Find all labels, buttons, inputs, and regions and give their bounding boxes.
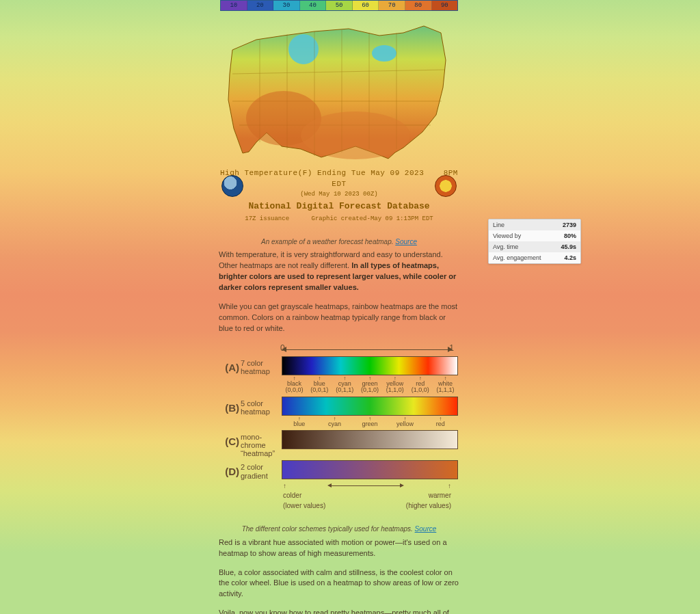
scheme-bar-wrap (282, 460, 458, 479)
paragraph-rainbow: While you can get grayscale heatmaps, ra… (219, 302, 459, 334)
engagement-tooltip: Line2739Viewed by80%Avg. time45.9sAvg. e… (488, 219, 581, 264)
scheme-bar-wrap: ↑blue↑cyan↑green↑yellow↑red (282, 397, 458, 427)
scale-tick: 20 (247, 1, 274, 10)
scheme-bar-wrap (282, 430, 458, 449)
noaa-logo-icon (221, 175, 243, 197)
figure2-caption: The different color schemes typically us… (219, 524, 459, 535)
tooltip-key: Avg. time (493, 243, 518, 250)
article-column: 102030405060708090 (219, 0, 459, 614)
scale-tick: 90 (432, 1, 458, 10)
nws-logo-icon (435, 175, 457, 197)
axis-arrow-icon (286, 349, 448, 350)
scale-tick: 70 (379, 1, 405, 10)
scheme-tick: ↑cyan(0,1,1) (332, 377, 358, 394)
scheme-row-D: (D)2 colorgradient (220, 460, 458, 479)
scheme-gradient-bar (282, 430, 458, 449)
issuance-label: 17Z issuance (245, 215, 289, 222)
scheme-letter: (A) (220, 356, 241, 375)
scheme-title: mono-chrome“heatmap” (241, 430, 282, 457)
tooltip-row: Line2739 (489, 219, 580, 230)
scheme-tick: ↑blue(0,0,1) (307, 377, 332, 394)
scheme-tick: ↑white(1,1,1) (433, 377, 458, 394)
scheme-tick-labels: ↑blue↑cyan↑green↑yellow↑red (282, 417, 458, 427)
scheme-tick: ↑cyan (317, 417, 353, 427)
scale-tick: 60 (353, 1, 379, 10)
weather-map-figure: 102030405060708090 (219, 0, 459, 224)
scheme-tick: ↑green(0,1,0) (358, 377, 383, 394)
scheme-tick: ↑green (352, 417, 388, 427)
scheme-tick: ↑blue (282, 417, 317, 427)
us-temperature-map (219, 12, 459, 164)
color-schemes-figure: 0 1 (A)7 colorheatmap↑black(0,0,0)↑blue(… (220, 343, 458, 511)
scheme-tick: ↑red (422, 417, 458, 427)
scheme-row-A: (A)7 colorheatmap↑black(0,0,0)↑blue(0,0,… (220, 356, 458, 394)
scheme-gradient-bar (282, 356, 458, 375)
figure1-caption: An example of a weather forecast heatmap… (219, 237, 459, 248)
scheme-tick: ↑red(1,0,0) (407, 377, 433, 394)
scheme-footer: ↑ colder (lower values) ↑ warmer (higher… (283, 481, 451, 511)
paragraph-red: Red is a vibrant hue associated with mot… (219, 537, 459, 559)
tooltip-value: 80% (564, 232, 576, 239)
scheme-tick-labels: ↑black(0,0,0)↑blue(0,0,1)↑cyan(0,1,1)↑gr… (282, 377, 458, 394)
figure1-caption-text: An example of a weather forecast heatmap… (261, 238, 395, 245)
tooltip-row: Viewed by80% (489, 230, 580, 241)
svg-point-1 (372, 45, 396, 62)
forecast-heading: High Temperature(F) Ending Tue May 09 20… (220, 169, 424, 177)
figure1-source-link[interactable]: Source (395, 238, 417, 245)
foot-lower: (lower values) (283, 502, 325, 509)
forecast-db-title: National Digital Forecast Database (219, 200, 459, 213)
scheme-row-C: (C)mono-chrome“heatmap” (220, 430, 458, 457)
tooltip-value: 45.9s (561, 243, 576, 250)
scheme-bar-wrap: ↑black(0,0,0)↑blue(0,0,1)↑cyan(0,1,1)↑gr… (282, 356, 458, 394)
tooltip-key: Line (493, 222, 504, 228)
paragraph-intro: With temperature, it is very straightfor… (219, 250, 459, 293)
scheme-letter: (B) (220, 397, 241, 416)
scheme-title: 7 colorheatmap (241, 356, 282, 375)
scheme-letter: (D) (220, 460, 241, 479)
scheme-tick: ↑yellow(1,1,0) (382, 377, 407, 394)
scheme-tick: ↑black(0,0,0) (282, 377, 307, 394)
arrow-up-icon: ↑ (283, 482, 286, 490)
tooltip-row: Avg. engagement4.2s (489, 252, 580, 263)
scheme-row-B: (B)5 colorheatmap↑blue↑cyan↑green↑yellow… (220, 397, 458, 427)
scheme-title: 5 colorheatmap (241, 397, 282, 416)
scale-tick: 10 (221, 1, 247, 10)
scheme-gradient-bar (282, 460, 458, 479)
scheme-axis: 0 1 (283, 343, 451, 355)
scale-tick: 80 (405, 1, 432, 10)
figure2-source-link[interactable]: Source (415, 525, 437, 533)
forecast-utc: (Wed May 10 2023 00Z) (219, 190, 459, 199)
tooltip-key: Avg. engagement (493, 254, 541, 261)
foot-higher: (higher values) (406, 502, 451, 509)
graphic-created-label: Graphic created-May 09 1:13PM EDT (311, 215, 433, 222)
paragraph-blue: Blue, a color associated with calm and s… (219, 568, 459, 600)
foot-warmer: warmer (429, 492, 451, 499)
scale-tick: 30 (273, 1, 300, 10)
scheme-title: 2 colorgradient (241, 460, 282, 479)
weather-map-caption: High Temperature(F) Ending Tue May 09 20… (219, 168, 459, 224)
arrow-up-icon: ↑ (448, 482, 451, 490)
scale-tick: 40 (300, 1, 327, 10)
foot-colder: colder (283, 492, 301, 499)
paragraph-voila: Voila, now you know how to read pretty h… (219, 608, 459, 614)
scale-tick: 50 (326, 1, 353, 10)
scheme-letter: (C) (220, 430, 241, 449)
svg-point-3 (301, 111, 410, 159)
tooltip-key: Viewed by (493, 232, 521, 239)
tooltip-row: Avg. time45.9s (489, 241, 580, 252)
svg-point-0 (288, 34, 319, 64)
temperature-color-scale: 102030405060708090 (220, 0, 458, 11)
us-map-svg (219, 12, 459, 164)
figure2-caption-text: The different color schemes typically us… (242, 525, 415, 533)
tooltip-value: 4.2s (564, 254, 576, 261)
scheme-tick: ↑yellow (388, 417, 423, 427)
scheme-gradient-bar (282, 397, 458, 416)
tooltip-value: 2739 (563, 222, 576, 228)
